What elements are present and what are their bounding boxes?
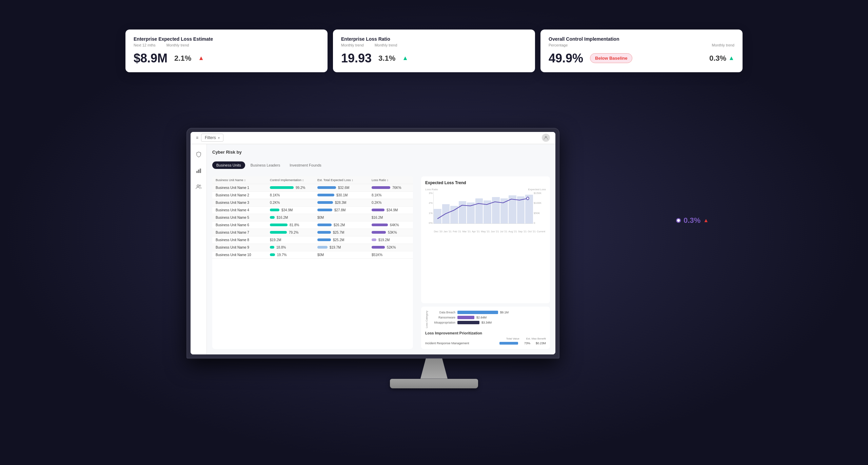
avatar[interactable]	[542, 134, 550, 142]
loss-bar-fill	[317, 231, 331, 234]
x-axis-labels: Dec '20 Jan '21 Feb '21 Mar '21 Apr '21 …	[425, 230, 546, 233]
floating-trend-triangle: ▲	[703, 217, 709, 224]
kpi-card-3-sub2: Monthly trend	[712, 43, 734, 47]
kpi-card-2: Enterprise Loss Ratio Monthly trend Mont…	[333, 30, 535, 72]
col-header-name: Business Unit Name ↕	[216, 178, 270, 182]
loss-cat-section: Loss Category Data Breach $9.1M	[425, 311, 546, 328]
col-header-control: Control Implementation ↕	[270, 178, 317, 182]
control-bar: $16.2M	[270, 216, 317, 219]
ratio-bar: 76K%	[372, 186, 406, 190]
bar-mar21	[459, 201, 467, 224]
kpi-card-1: Enterprise Expected Loss Estimate Next 1…	[125, 30, 328, 72]
table-row: Business Unit Name 9 18.8% $19.7M	[212, 244, 413, 251]
control-bar: 18.8%	[270, 246, 317, 249]
loss-bar: $28.3M	[317, 201, 372, 205]
tab-business-leaders[interactable]: Business Leaders	[246, 161, 284, 169]
svg-rect-2	[198, 170, 199, 173]
col-header-ratio: Loss Ratio ↕	[372, 178, 406, 182]
bar-current	[525, 195, 533, 224]
loss-cat-row-misappropriation: Misappropriation $3.34M	[432, 321, 546, 324]
ratio-bar-fill	[372, 224, 388, 226]
loss-category-axis-label: Loss Category	[425, 311, 428, 328]
kpi-card-3-main: 49.9%	[549, 51, 583, 65]
ratio-bar-fill	[372, 231, 386, 234]
loss-cat-label: Data Breach	[432, 311, 455, 314]
control-bar: 19.7%	[270, 253, 317, 257]
sidebar-item-users[interactable]	[194, 182, 203, 192]
ratio-bar: 64K%	[372, 223, 406, 227]
kpi-card-3-sub1: Percentage	[549, 43, 568, 47]
loss-cat-val-ransomware: $2.64M	[476, 316, 487, 319]
loss-improvement-section: Loss Improvement Prioritization Total Va…	[425, 331, 546, 345]
col-header-loss: Est. Total Expected Loss ↕	[317, 178, 372, 182]
section-title: Cyber Risk by	[212, 150, 550, 155]
trend-chart-card: Expected Loss Trend Loss Ratio Expected …	[421, 176, 550, 303]
improvement-col1: 73%	[520, 342, 530, 345]
loss-bar: $0M	[317, 216, 372, 219]
loss-cat-row-databreach: Data Breach $9.1M	[432, 311, 546, 314]
svg-rect-1	[196, 171, 198, 173]
table-row: Business Unit Name 3 0.2K% $28.3M	[212, 199, 413, 207]
kpi-card-2-subtitles: Monthly trend Monthly trend	[341, 43, 527, 47]
table-row: Business Unit Name 1 99.2% $32.6M	[212, 184, 413, 192]
control-bar: 8.1K%	[270, 193, 317, 197]
bar-dec20	[434, 209, 441, 223]
loss-cat-bar-ransomware	[457, 316, 474, 319]
kpi-card-1-title: Enterprise Expected Loss Estimate	[134, 36, 319, 42]
kpi-card-2-sub1: Monthly trend	[341, 43, 364, 47]
loss-cat-bars: Data Breach $9.1M Ransomware $2.	[432, 311, 546, 326]
bar-aug21	[500, 198, 508, 223]
two-col-layout: Business Unit Name ↕ Control Implementat…	[212, 176, 550, 349]
control-bar-fill	[270, 253, 275, 256]
svg-rect-3	[200, 169, 201, 173]
loss-cat-bar-misappropriation	[457, 321, 479, 324]
ratio-bar: $16.2M	[372, 216, 406, 219]
control-bar-fill	[270, 186, 294, 189]
kpi-card-2-sub2: Monthly trend	[375, 43, 397, 47]
bar-feb21	[450, 206, 458, 224]
table-row: Business Unit Name 2 8.1K% $30.1M	[212, 192, 413, 199]
bar-apr21	[467, 202, 475, 223]
loss-ratio-label: Loss Ratio	[425, 188, 438, 191]
kpi-card-2-triangle: ▲	[402, 55, 408, 62]
improvement-headers: Total Value Est. Max Benefit	[425, 337, 546, 340]
tab-business-units[interactable]: Business Units	[212, 161, 245, 169]
ratio-bar: 52K%	[372, 246, 406, 249]
floating-trend-value: 0.3%	[684, 216, 701, 225]
ratio-bar: $51K%	[372, 253, 406, 257]
table-row: Business Unit Name 7 79.2% $25.7M	[212, 229, 413, 236]
kpi-card-1-trend: 2.1%	[174, 54, 191, 63]
monitor-screen: ≡ Filters ▾	[186, 128, 559, 359]
sidebar-item-chart[interactable]	[194, 166, 203, 175]
kpi-card-2-title: Enterprise Loss Ratio	[341, 36, 527, 42]
row-name: Business Unit Name 1	[216, 186, 270, 190]
kpi-card-3-title: Overall Control Implementation	[549, 36, 734, 42]
tab-investment-founds[interactable]: Investment Founds	[285, 161, 326, 169]
chevron-down-icon: ▾	[218, 136, 220, 140]
control-bar-fill	[270, 209, 279, 211]
loss-bar-fill	[317, 201, 333, 204]
right-panel: Expected Loss Trend Loss Ratio Expected …	[421, 176, 550, 349]
sidebar-item-shield[interactable]	[194, 150, 203, 159]
ratio-bar-fill	[372, 186, 390, 189]
improvement-row-label: Incident Response Management	[425, 342, 497, 345]
ratio-bar-fill	[372, 238, 376, 241]
kpi-card-1-sub1: Next 12 mths	[134, 43, 156, 47]
control-bar: 81.8%	[270, 223, 317, 227]
row-name: Business Unit Name 7	[216, 231, 270, 234]
row-name: Business Unit Name 10	[216, 253, 270, 257]
loss-cat-val-databreach: $9.1M	[500, 311, 509, 314]
ratio-bar: 0.2K%	[372, 201, 406, 205]
bar-jun21	[484, 200, 491, 224]
loss-bar: $27.8M	[317, 208, 372, 212]
ratio-bar: 8.1K%	[372, 193, 406, 197]
loss-bar-fill	[317, 194, 334, 196]
loss-category-card: Loss Category Data Breach $9.1M	[421, 307, 550, 349]
kpi-card-2-trend: 3.1%	[378, 54, 395, 63]
ratio-bar-fill	[372, 209, 384, 211]
trend-chart-title: Expected Loss Trend	[425, 180, 546, 185]
filter-button[interactable]: Filters ▾	[201, 134, 223, 142]
filter-icon: ≡	[196, 135, 198, 140]
control-bar: 0.2K%	[270, 201, 317, 205]
row-name: Business Unit Name 5	[216, 216, 270, 219]
